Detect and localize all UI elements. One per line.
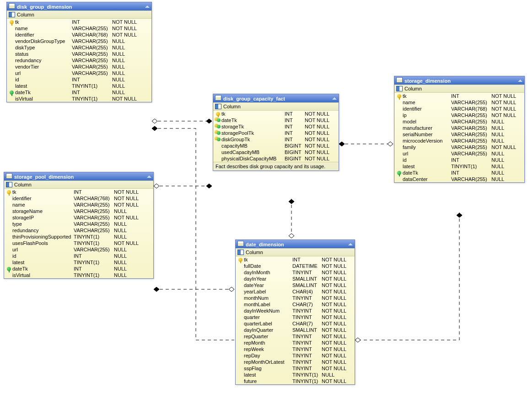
table-titlebar[interactable]: disk_group_capacity_fact <box>213 94 339 102</box>
column-row[interactable]: repDayTINYINTNOT NULL <box>236 352 355 359</box>
table-storage-pool-dimension[interactable]: storage_pool_dimensionColumntkINTNOT NUL… <box>4 172 154 279</box>
column-row[interactable]: latestTINYINT(1)NULL <box>236 372 355 378</box>
column-row[interactable]: identifierVARCHAR(768)NOT NULL <box>394 106 524 112</box>
column-row[interactable]: storageIPVARCHAR(255)NOT NULL <box>4 214 153 221</box>
column-type: VARCHAR(255) <box>72 45 112 50</box>
column-row[interactable]: repQuarterTINYINTNOT NULL <box>236 333 355 340</box>
column-row[interactable]: quarterTINYINTNOT NULL <box>236 314 355 320</box>
column-row[interactable]: familyVARCHAR(255)NOT NULL <box>394 144 524 150</box>
column-row[interactable]: usedCapacityMBBIGINTNOT NULL <box>213 149 339 155</box>
column-row[interactable]: idINTNULL <box>4 253 153 259</box>
column-row[interactable]: dayInQuarterSMALLINTNOT NULL <box>236 327 355 333</box>
table-titlebar[interactable]: disk_group_dimension <box>7 2 151 11</box>
column-type: TINYINT <box>292 359 322 365</box>
column-row[interactable]: monthNumTINYINTNOT NULL <box>236 295 355 301</box>
table-titlebar[interactable]: storage_pool_dimension <box>4 172 153 181</box>
column-row[interactable]: monthLabelCHAR(7)NOT NULL <box>236 301 355 308</box>
column-row[interactable]: urlVARCHAR(255)NULL <box>7 70 151 76</box>
column-row[interactable]: identifierVARCHAR(768)NOT NULL <box>7 32 151 38</box>
column-row[interactable]: isVirtualTINYINT(1)NOT NULL <box>7 96 151 102</box>
column-row[interactable]: typeVARCHAR(255)NULL <box>4 221 153 227</box>
column-type: VARCHAR(255) <box>74 202 114 207</box>
column-row[interactable]: latestTINYINT(1)NULL <box>4 259 153 266</box>
column-type: INT <box>451 170 491 175</box>
collapse-icon[interactable] <box>518 80 523 82</box>
column-icon <box>215 104 221 109</box>
column-type: BIGINT <box>285 156 305 161</box>
column-row[interactable]: usesFlashPoolsTINYINT(1)NOT NULL <box>4 240 153 246</box>
column-row[interactable]: idINTNULL <box>7 76 151 83</box>
column-row[interactable]: nameVARCHAR(255)NOT NULL <box>4 202 153 208</box>
column-row[interactable]: idINTNULL <box>394 157 524 163</box>
column-row[interactable]: dateTkINTNULL <box>4 266 153 272</box>
column-row[interactable]: vendorDiskGroupTypeVARCHAR(255)NULL <box>7 38 151 44</box>
column-row[interactable]: yearLabelCHAR(4)NOT NULL <box>236 288 355 295</box>
column-row[interactable]: tkINTNOT NULL <box>4 189 153 195</box>
column-row[interactable]: dayInYearSMALLINTNOT NULL <box>236 276 355 282</box>
column-row[interactable]: nameVARCHAR(255)NOT NULL <box>394 99 524 106</box>
column-row[interactable]: redundancyVARCHAR(255)NULL <box>7 57 151 64</box>
column-row[interactable]: dateTkINTNOT NULL <box>213 117 339 123</box>
column-row[interactable]: tkINTNOT NULL <box>236 256 355 263</box>
column-row[interactable]: latestTINYINT(1)NULL <box>7 83 151 89</box>
column-row[interactable]: futureTINYINT(1)NOT NULL <box>236 378 355 384</box>
column-row[interactable]: repMonthOrLatestTINYINTNOT NULL <box>236 359 355 365</box>
column-name: dateTk <box>15 90 72 95</box>
column-row[interactable]: isVirtualTINYINT(1)NULL <box>4 272 153 278</box>
table-titlebar[interactable]: date_dimension <box>236 240 355 248</box>
column-row[interactable]: capacityMBBIGINTNOT NULL <box>213 143 339 149</box>
column-row[interactable]: microcodeVersionVARCHAR(255)NULL <box>394 138 524 144</box>
column-row[interactable]: tkINTNOT NULL <box>7 19 151 25</box>
column-row[interactable]: manufacturerVARCHAR(255)NULL <box>394 125 524 131</box>
column-row[interactable]: dateTkINTNULL <box>394 170 524 176</box>
column-row[interactable]: latestTINYINT(1)NULL <box>394 163 524 170</box>
column-nullable: NOT NULL <box>322 327 346 333</box>
table-disk-group-capacity-fact[interactable]: disk_group_capacity_factColumntkINTNOT N… <box>213 94 339 171</box>
column-row[interactable]: dayInWeekNumTINYINTNOT NULL <box>236 308 355 314</box>
column-type: TINYINT(1) <box>72 96 112 101</box>
column-row[interactable]: tkINTNOT NULL <box>394 93 524 99</box>
column-row[interactable]: identifierVARCHAR(768)NOT NULL <box>4 195 153 202</box>
column-row[interactable]: repMonthTINYINTNOT NULL <box>236 340 355 346</box>
column-row[interactable]: diskGroupTkINTNOT NULL <box>213 136 339 143</box>
column-type: CHAR(7) <box>292 321 322 326</box>
column-row[interactable]: serialNumberVARCHAR(255)NULL <box>394 131 524 138</box>
column-row[interactable]: modelVARCHAR(255)NULL <box>394 118 524 125</box>
column-name: quarterLabel <box>244 321 292 326</box>
column-row[interactable]: sspFlagTINYINTNOT NULL <box>236 365 355 372</box>
column-row[interactable]: storageTkINTNOT NULL <box>213 123 339 130</box>
column-row[interactable]: dateTkINTNULL <box>7 89 151 96</box>
column-nullable: NOT NULL <box>491 93 516 99</box>
column-row[interactable]: ipVARCHAR(255)NOT NULL <box>394 112 524 118</box>
column-row[interactable]: dayInMonthTINYINTNOT NULL <box>236 269 355 276</box>
column-row[interactable]: dataCenterVARCHAR(255)NULL <box>394 176 524 182</box>
table-storage-dimension[interactable]: storage_dimensionColumntkINTNOT NULLname… <box>394 76 525 183</box>
column-row[interactable]: nameVARCHAR(255)NOT NULL <box>7 25 151 32</box>
column-row[interactable]: thinProvisioningSupportedTINYINT(1)NULL <box>4 234 153 240</box>
collapse-icon[interactable] <box>147 175 151 178</box>
column-type: TINYINT <box>292 366 322 371</box>
column-row[interactable]: dateYearSMALLINTNOT NULL <box>236 282 355 288</box>
column-row[interactable]: redundancyVARCHAR(255)NULL <box>4 227 153 234</box>
column-row[interactable]: tkINTNOT NULL <box>213 111 339 117</box>
column-row[interactable]: vendorTierVARCHAR(255)NULL <box>7 64 151 70</box>
table-icon <box>6 173 12 179</box>
column-row[interactable]: diskTypeVARCHAR(255)NULL <box>7 44 151 51</box>
column-row[interactable]: urlVARCHAR(255)NULL <box>4 246 153 253</box>
table-disk-group-dimension[interactable]: disk_group_dimensionColumntkINTNOT NULLn… <box>6 2 152 102</box>
collapse-icon[interactable] <box>145 5 150 8</box>
column-row[interactable]: storageNameVARCHAR(255)NULL <box>4 208 153 214</box>
column-row[interactable]: storagePoolTkINTNOT NULL <box>213 130 339 136</box>
column-row[interactable]: fullDateDATETIMENOT NULL <box>236 263 355 269</box>
column-row[interactable]: quarterLabelCHAR(7)NOT NULL <box>236 320 355 327</box>
column-name: physicalDiskCapacityMB <box>221 156 285 161</box>
column-row[interactable]: urlVARCHAR(255)NULL <box>394 150 524 157</box>
column-row[interactable]: repWeekTINYINTNOT NULL <box>236 346 355 352</box>
column-nullable: NULL <box>491 132 504 137</box>
table-titlebar[interactable]: storage_dimension <box>394 76 524 85</box>
collapse-icon[interactable] <box>348 243 353 245</box>
collapse-icon[interactable] <box>332 97 337 100</box>
column-row[interactable]: physicalDiskCapacityMBBIGINTNOT NULL <box>213 155 339 162</box>
column-row[interactable]: statusVARCHAR(255)NULL <box>7 51 151 57</box>
table-date-dimension[interactable]: date_dimensionColumntkINTNOT NULLfullDat… <box>235 239 355 385</box>
